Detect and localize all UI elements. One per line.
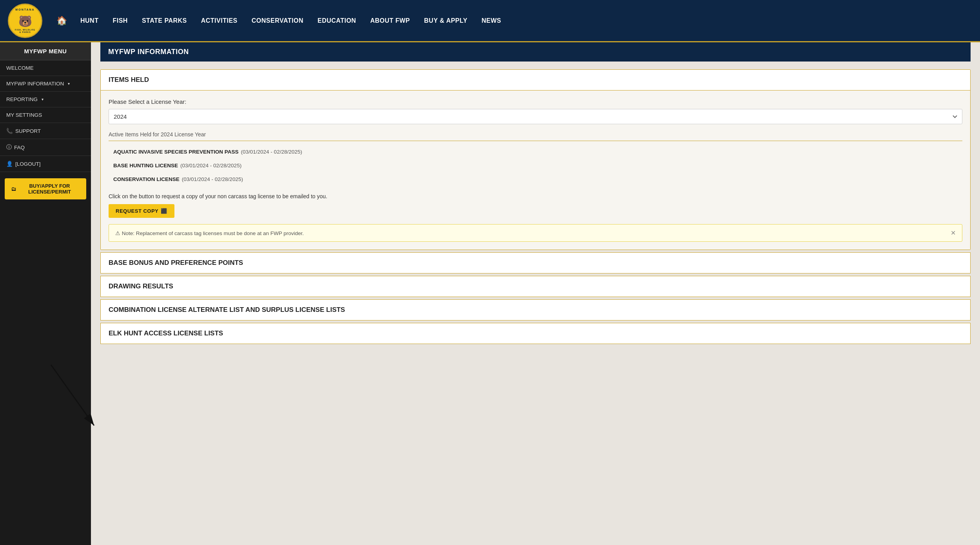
nav-conservation[interactable]: CONSERVATION — [245, 13, 310, 28]
nav-state-parks[interactable]: STATE PARKS — [135, 13, 194, 28]
note-close-button[interactable]: ✕ — [951, 229, 956, 237]
logo-bear-icon: 🐻 — [18, 15, 32, 28]
nav-home-icon[interactable]: 🏠 — [50, 12, 73, 30]
combo-license-section[interactable]: COMBINATION LICENSE ALTERNATE LIST AND S… — [100, 299, 971, 320]
chevron-down-icon: ▾ — [42, 97, 44, 101]
sidebar-label-myfwp-info: MYFWP INFORMATION — [6, 81, 64, 87]
sidebar-label-faq: FAQ — [14, 145, 25, 150]
question-icon: ⓘ — [6, 144, 12, 151]
base-bonus-label: BASE BONUS AND PREFERENCE POINTS — [109, 259, 243, 266]
main-content: MYFWP INFORMATION ITEMS HELD Please Sele… — [91, 42, 980, 545]
elk-hunt-label: ELK HUNT ACCESS LICENSE LISTS — [109, 330, 223, 337]
sidebar-item-myfwp-info[interactable]: MYFWP INFORMATION ▾ — [0, 76, 91, 92]
license-year-select[interactable]: 2022 2023 2024 2025 — [109, 109, 962, 124]
license-item-hunting: BASE HUNTING LICENSE (03/01/2024 - 02/28… — [109, 159, 962, 172]
nav-about-fwp[interactable]: ABOUT FWP — [363, 13, 417, 28]
site-logo[interactable]: MONTANA 🐻 FISH, WILDLIFE& PARKS — [8, 4, 42, 38]
base-bonus-section[interactable]: BASE BONUS AND PREFERENCE POINTS — [100, 252, 971, 273]
nav-fish[interactable]: FISH — [105, 13, 134, 28]
license-date-hunting: (03/01/2024 - 02/28/2025) — [180, 163, 241, 168]
license-item-conservation: CONSERVATION LICENSE (03/01/2024 - 02/28… — [109, 172, 962, 186]
sidebar-label-my-settings: MY SETTINGS — [6, 112, 42, 118]
nav-activities[interactable]: ACTIVITIES — [194, 13, 245, 28]
items-held-content: Please Select a License Year: 2022 2023 … — [101, 90, 970, 250]
nav-hunt[interactable]: HUNT — [73, 13, 105, 28]
sidebar-item-reporting[interactable]: REPORTING ▾ — [0, 92, 91, 107]
license-date-aquatic: (03/01/2024 - 02/28/2025) — [241, 149, 302, 155]
license-year-label: Please Select a License Year: — [109, 98, 962, 105]
license-date-conservation: (03/01/2024 - 02/28/2025) — [182, 176, 243, 182]
note-text: ⚠ Note: Replacement of carcass tag licen… — [115, 230, 304, 236]
buy-apply-label: BUY/APPLY FOR LICENSE/PERMIT — [19, 183, 80, 195]
request-copy-button[interactable]: REQUEST COPY ⬛ — [109, 204, 174, 218]
user-icon: 👤 — [6, 161, 13, 167]
sidebar-item-faq[interactable]: ⓘ FAQ — [0, 139, 91, 156]
request-copy-label: REQUEST COPY — [116, 208, 158, 214]
elk-hunt-section[interactable]: ELK HUNT ACCESS LICENSE LISTS — [100, 323, 971, 344]
buy-apply-button[interactable]: 🗂 BUY/APPLY FOR LICENSE/PERMIT — [5, 178, 86, 199]
sidebar-label-support: SUPPORT — [15, 128, 41, 134]
note-box: ⚠ Note: Replacement of carcass tag licen… — [109, 224, 962, 242]
sidebar-label-welcome: WELCOME — [6, 65, 34, 71]
items-held-header[interactable]: ITEMS HELD — [101, 70, 970, 90]
warning-icon: ⚠ — [115, 230, 120, 236]
license-item-aquatic: AQUATIC INVASIVE SPECIES PREVENTION PASS… — [109, 145, 962, 159]
active-items-label: Active Items Held for 2024 License Year — [109, 131, 962, 141]
external-link-icon: ⬛ — [161, 208, 167, 214]
sidebar-item-welcome[interactable]: WELCOME — [0, 60, 91, 76]
phone-icon: 📞 — [6, 128, 13, 134]
sidebar-title: MYFWP MENU — [0, 42, 91, 60]
drawing-results-section[interactable]: DRAWING RESULTS — [100, 276, 971, 297]
page-title: MYFWP INFORMATION — [100, 42, 971, 62]
sidebar-item-logout[interactable]: 👤 [LOGOUT] — [0, 156, 91, 172]
main-nav: 🏠 HUNT FISH STATE PARKS ACTIVITIES CONSE… — [50, 12, 972, 30]
license-name-aquatic: AQUATIC INVASIVE SPECIES PREVENTION PASS — [113, 149, 239, 155]
chevron-down-icon: ▾ — [68, 81, 70, 86]
nav-education[interactable]: EDUCATION — [310, 13, 363, 28]
email-request-text: Click on the button to request a copy of… — [109, 193, 962, 199]
card-icon: 🗂 — [11, 186, 16, 192]
site-header: MONTANA 🐻 FISH, WILDLIFE& PARKS 🏠 HUNT F… — [0, 0, 980, 42]
license-name-hunting: BASE HUNTING LICENSE — [113, 163, 178, 168]
combo-license-label: COMBINATION LICENSE ALTERNATE LIST AND S… — [109, 306, 345, 313]
sidebar-label-logout: [LOGOUT] — [15, 161, 41, 167]
license-name-conservation: CONSERVATION LICENSE — [113, 176, 180, 182]
items-held-section: ITEMS HELD Please Select a License Year:… — [100, 69, 971, 250]
sidebar: MYFWP MENU WELCOME MYFWP INFORMATION ▾ R… — [0, 42, 91, 545]
main-layout: MYFWP MENU WELCOME MYFWP INFORMATION ▾ R… — [0, 42, 980, 545]
logo-text-montana: MONTANA — [15, 8, 34, 11]
sidebar-item-my-settings[interactable]: MY SETTINGS — [0, 107, 91, 123]
nav-buy-apply[interactable]: BUY & APPLY — [417, 13, 475, 28]
sidebar-item-support[interactable]: 📞 SUPPORT — [0, 123, 91, 139]
drawing-results-label: DRAWING RESULTS — [109, 282, 173, 290]
sidebar-label-reporting: REPORTING — [6, 96, 38, 102]
logo-text-fwp: FISH, WILDLIFE& PARKS — [15, 29, 35, 33]
nav-news[interactable]: NEWS — [475, 13, 508, 28]
